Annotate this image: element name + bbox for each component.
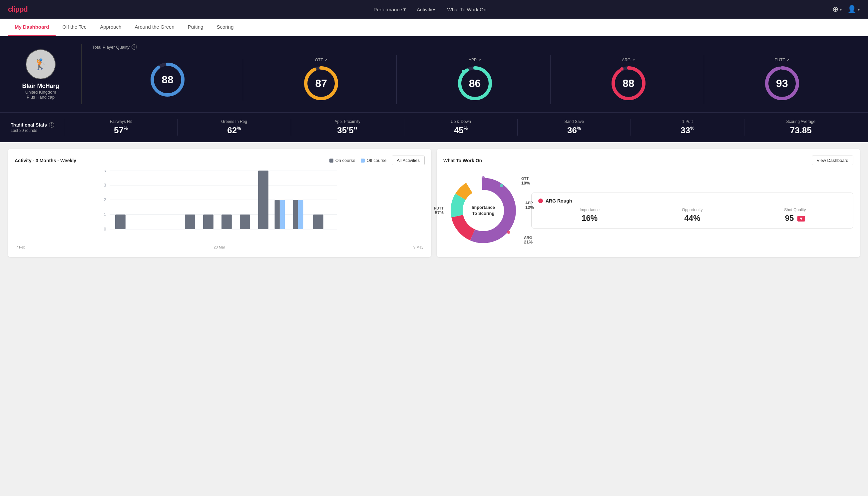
legend-on-course: On course <box>329 158 356 163</box>
tab-scoring[interactable]: Scoring <box>210 19 240 36</box>
putt-card: PUTT ↗ 93 <box>707 55 857 104</box>
svg-point-8 <box>462 70 465 73</box>
app-proximity-value: 35'5" <box>297 125 399 136</box>
arrow-icon: ↗ <box>786 58 789 62</box>
arrow-icon: ↗ <box>478 58 481 62</box>
quality-circles: 88 OTT ↗ 87 <box>92 55 857 104</box>
player-handicap: Plus Handicap <box>27 95 54 99</box>
nav-right: ⊕ ▾ 👤 ▾ <box>832 5 860 14</box>
all-activities-button[interactable]: All Activities <box>392 156 425 165</box>
arg-ring: 88 <box>610 65 647 102</box>
ott-segment-label: OTT 10% <box>521 176 530 186</box>
help-icon[interactable]: ? <box>131 44 137 50</box>
stat-scoring-avg: Scoring Average 73.85 <box>744 119 857 136</box>
on-course-dot <box>329 158 333 162</box>
detail-header: ARG Rough <box>538 198 846 203</box>
svg-rect-24 <box>115 215 126 229</box>
donut-center-text: ImportanceTo Scoring <box>472 204 495 217</box>
x-axis-labels: 7 Feb 28 Mar 9 May <box>15 245 425 249</box>
ott-ring: 87 <box>303 65 340 102</box>
stat-sand-save: Sand Save 36% <box>517 119 631 136</box>
svg-rect-33 <box>298 200 303 229</box>
arrow-icon: ↗ <box>632 58 635 62</box>
wtwo-title: What To Work On <box>443 158 482 163</box>
legend-off-course: Off course <box>361 158 387 163</box>
detail-title: ARG Rough <box>546 198 572 203</box>
importance-value: 16% <box>538 214 641 223</box>
stat-fairways-hit: Fairways Hit 57% <box>64 119 177 136</box>
stats-bar: Traditional Stats ? Last 20 rounds Fairw… <box>0 112 868 142</box>
arg-value: 88 <box>622 77 634 90</box>
nav-what-to-work-on[interactable]: What To Work On <box>447 7 487 12</box>
svg-rect-25 <box>185 215 195 229</box>
svg-text:1: 1 <box>104 212 106 217</box>
bar-chart-svg: 0 1 2 3 4 <box>15 171 425 244</box>
putt-label: PUTT ↗ <box>775 58 789 62</box>
tab-around-the-green[interactable]: Around the Green <box>128 19 181 36</box>
svg-rect-32 <box>293 200 298 229</box>
svg-rect-29 <box>258 171 268 229</box>
what-to-work-on-card: What To Work On View Dashboard <box>437 149 860 257</box>
stats-title: Traditional Stats ? <box>11 122 64 128</box>
activity-chart-card: Activity - 3 Months - Weekly On course O… <box>8 149 431 257</box>
svg-point-42 <box>500 184 503 187</box>
svg-point-5 <box>319 66 323 69</box>
user-menu-button[interactable]: 👤 ▾ <box>847 5 860 14</box>
shot-quality-value: 95 ▼ <box>744 214 846 223</box>
hero-section: 🏌️ Blair McHarg United Kingdom Plus Hand… <box>0 36 868 112</box>
donut-wrapper: ImportanceTo Scoring PUTT 57% OTT 10% AP… <box>443 171 523 250</box>
logo: clippd <box>8 5 28 14</box>
detail-importance: Importance 16% <box>538 207 641 223</box>
svg-text:4: 4 <box>104 171 106 173</box>
view-dashboard-button[interactable]: View Dashboard <box>812 156 853 165</box>
one-putt-value: 33% <box>636 125 739 136</box>
tab-approach[interactable]: Approach <box>93 19 128 36</box>
svg-point-2 <box>166 63 169 66</box>
chevron-down-icon: ▾ <box>404 6 406 12</box>
opportunity-value: 44% <box>641 214 743 223</box>
svg-text:3: 3 <box>104 183 106 188</box>
chart-header: Activity - 3 Months - Weekly On course O… <box>15 156 425 165</box>
divider <box>81 44 82 104</box>
wtwo-header: What To Work On View Dashboard <box>443 156 853 165</box>
nav-performance[interactable]: Performance ▾ <box>373 6 406 12</box>
stat-one-putt: 1 Putt 33% <box>631 119 744 136</box>
main-ring: 88 <box>149 61 186 98</box>
main-content: Activity - 3 Months - Weekly On course O… <box>0 142 868 264</box>
tab-off-the-tee[interactable]: Off the Tee <box>56 19 93 36</box>
ott-card: OTT ↗ 87 <box>246 55 397 104</box>
quality-label: Total Player Quality ? <box>92 44 857 50</box>
detail-card: ARG Rough Importance 16% Opportunity 44% <box>531 192 853 229</box>
nav-links: Performance ▾ Activities What To Work On <box>373 6 486 12</box>
player-info: 🏌️ Blair McHarg United Kingdom Plus Hand… <box>11 49 70 99</box>
app-card: APP ↗ 86 <box>399 55 550 104</box>
arg-label: ARG ↗ <box>622 58 635 62</box>
add-button[interactable]: ⊕ ▾ <box>832 5 842 14</box>
chart-title: Activity - 3 Months - Weekly <box>15 158 76 163</box>
wtwo-body: ImportanceTo Scoring PUTT 57% OTT 10% AP… <box>443 171 853 250</box>
svg-rect-26 <box>203 215 214 229</box>
donut-section: ImportanceTo Scoring PUTT 57% OTT 10% AP… <box>443 171 523 250</box>
tab-my-dashboard[interactable]: My Dashboard <box>8 19 56 36</box>
scoring-avg-value: 73.85 <box>750 125 852 136</box>
detail-metrics: Importance 16% Opportunity 44% Shot Qual… <box>538 207 846 223</box>
svg-text:0: 0 <box>104 227 106 232</box>
svg-point-41 <box>507 231 510 234</box>
svg-rect-31 <box>280 200 285 229</box>
help-icon[interactable]: ? <box>49 122 54 128</box>
sand-save-value: 36% <box>523 125 625 136</box>
svg-rect-28 <box>240 215 250 229</box>
putt-value: 93 <box>776 77 788 90</box>
arg-card: ARG ↗ 88 <box>553 55 704 104</box>
app-label: APP ↗ <box>469 58 481 62</box>
fairways-hit-value: 57% <box>69 125 172 136</box>
nav-activities[interactable]: Activities <box>417 7 436 12</box>
chart-legend: On course Off course All Activities <box>329 156 425 165</box>
svg-point-11 <box>620 67 624 71</box>
detail-opportunity: Opportunity 44% <box>641 207 743 223</box>
svg-rect-27 <box>221 215 232 229</box>
svg-rect-30 <box>275 200 280 229</box>
svg-point-40 <box>482 176 485 180</box>
off-course-dot <box>361 158 365 162</box>
tab-putting[interactable]: Putting <box>181 19 210 36</box>
